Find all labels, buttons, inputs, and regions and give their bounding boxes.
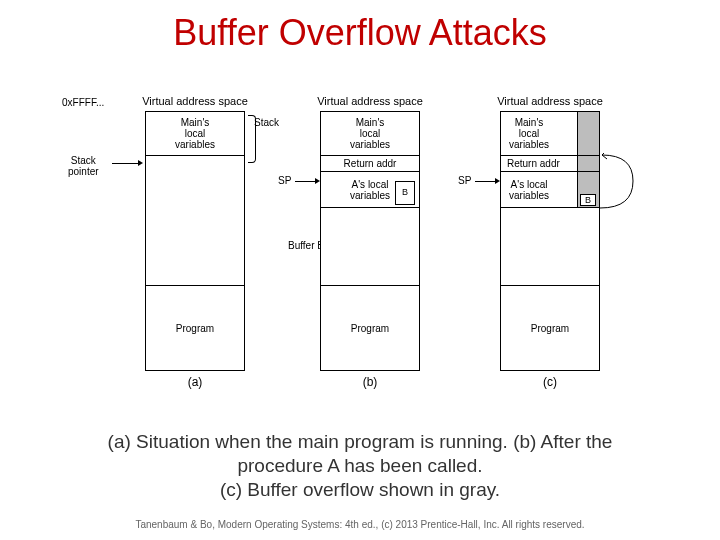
blank-c [501,208,599,286]
diagram-b: Virtual address space Main's local varia… [295,95,445,371]
program-c: Program [501,286,599,370]
blank-a [146,156,244,286]
caption-line-3: (c) Buffer overflow shown in gray. [220,479,500,500]
sp-label-b: SP [278,175,291,186]
subfig-b: (b) [320,375,420,389]
alocal-c: A's local variables [501,172,599,208]
alocal-b: A's local variables B [321,172,419,208]
caption: (a) Situation when the main program is r… [0,430,720,501]
diagram-a: Virtual address space Main's local varia… [120,95,270,371]
header-c: Virtual address space [475,95,625,107]
diagram-c: Virtual address space B Main's local var… [475,95,625,371]
hex-label: 0xFFFF... [62,97,104,108]
alocal-text-c: A's local variables [509,179,549,201]
header-a: Virtual address space [120,95,270,107]
alocal-text-b: A's local variables [350,179,390,201]
mainvars-a: Main's local variables [146,112,244,156]
header-b: Virtual address space [295,95,445,107]
box-a: Main's local variables Program [145,111,245,371]
copyright-footer: Tanenbaum & Bo, Modern Operating Systems… [0,519,720,530]
stack-pointer-label: Stack pointer [68,155,99,177]
retaddr-text-c: Return addr [507,158,560,169]
mainvars-c: Main's local variables [501,112,599,156]
slide-title: Buffer Overflow Attacks [0,0,720,54]
figure-container: 0xFFFF... Stack pointer Stack Virtual ad… [70,75,650,415]
blank-b [321,208,419,286]
sp-label-c: SP [458,175,471,186]
mainvars-b: Main's local variables [321,112,419,156]
box-b: Main's local variables Return addr A's l… [320,111,420,371]
program-a: Program [146,286,244,370]
buffer-b-box: B [395,181,415,205]
program-b: Program [321,286,419,370]
retaddr-b: Return addr [321,156,419,172]
retaddr-c: Return addr [501,156,599,172]
caption-line-2: procedure A has been called. [237,455,482,476]
box-c: B Main's local variables Return addr A's… [500,111,600,371]
subfig-a: (a) [145,375,245,389]
subfig-c: (c) [500,375,600,389]
caption-line-1: (a) Situation when the main program is r… [108,431,613,452]
